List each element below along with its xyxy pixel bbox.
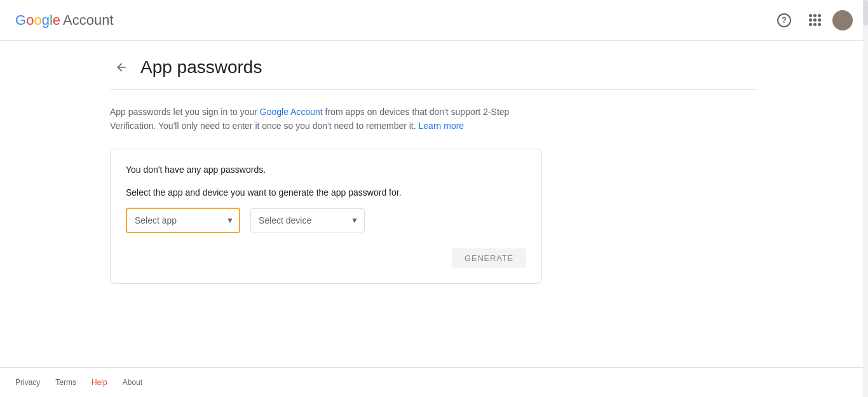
google-logo[interactable]: Google Account bbox=[15, 12, 114, 29]
back-button[interactable] bbox=[110, 56, 133, 79]
avatar[interactable] bbox=[832, 10, 853, 30]
logo-g-blue2: g bbox=[42, 12, 50, 29]
generate-row: GENERATE bbox=[126, 248, 526, 268]
logo-o-yellow: o bbox=[34, 12, 41, 29]
header-right: ? bbox=[771, 8, 853, 33]
description: App passwords let you sign in to your Go… bbox=[110, 105, 555, 133]
footer: Privacy Terms Help About bbox=[0, 367, 868, 397]
select-device-dropdown[interactable]: Select device iPhone iPad Windows Phone … bbox=[250, 208, 365, 232]
header: Google Account ? bbox=[0, 0, 868, 41]
select-app-wrapper: Select app Mail Calendar Contacts Other … bbox=[126, 208, 240, 233]
header-left: Google Account bbox=[15, 12, 114, 29]
description-text1: App passwords let you sign in to your bbox=[110, 107, 260, 117]
select-device-wrapper: Select device iPhone iPad Windows Phone … bbox=[250, 208, 365, 232]
logo-e-red: e bbox=[53, 12, 60, 29]
no-passwords-text: You don't have any app passwords. bbox=[126, 165, 526, 175]
scrollbar-thumb bbox=[863, 0, 868, 25]
footer-help-link[interactable]: Help bbox=[92, 378, 107, 387]
generate-button[interactable]: GENERATE bbox=[452, 248, 526, 268]
help-button[interactable]: ? bbox=[771, 8, 797, 33]
footer-about-link[interactable]: About bbox=[123, 378, 142, 387]
apps-button[interactable] bbox=[802, 8, 827, 33]
back-icon bbox=[115, 61, 128, 74]
page-title: App passwords bbox=[140, 57, 262, 77]
page-title-row: App passwords bbox=[110, 41, 758, 90]
logo-g-blue: G bbox=[15, 12, 26, 29]
account-text: Account bbox=[63, 12, 114, 29]
main-content: App passwords App passwords let you sign… bbox=[85, 41, 783, 367]
select-instruction: Select the app and device you want to ge… bbox=[126, 187, 526, 198]
scrollbar[interactable] bbox=[863, 0, 868, 397]
learn-more-link[interactable]: Learn more bbox=[419, 121, 465, 131]
footer-terms-link[interactable]: Terms bbox=[55, 378, 76, 387]
footer-privacy-link[interactable]: Privacy bbox=[15, 378, 40, 387]
logo-o-red: o bbox=[26, 12, 34, 29]
google-account-link[interactable]: Google Account bbox=[260, 107, 323, 117]
help-icon: ? bbox=[777, 13, 791, 27]
select-app-dropdown[interactable]: Select app Mail Calendar Contacts Other bbox=[126, 208, 240, 233]
selects-row: Select app Mail Calendar Contacts Other … bbox=[126, 208, 526, 233]
card: You don't have any app passwords. Select… bbox=[110, 149, 542, 284]
grid-icon bbox=[809, 14, 821, 26]
